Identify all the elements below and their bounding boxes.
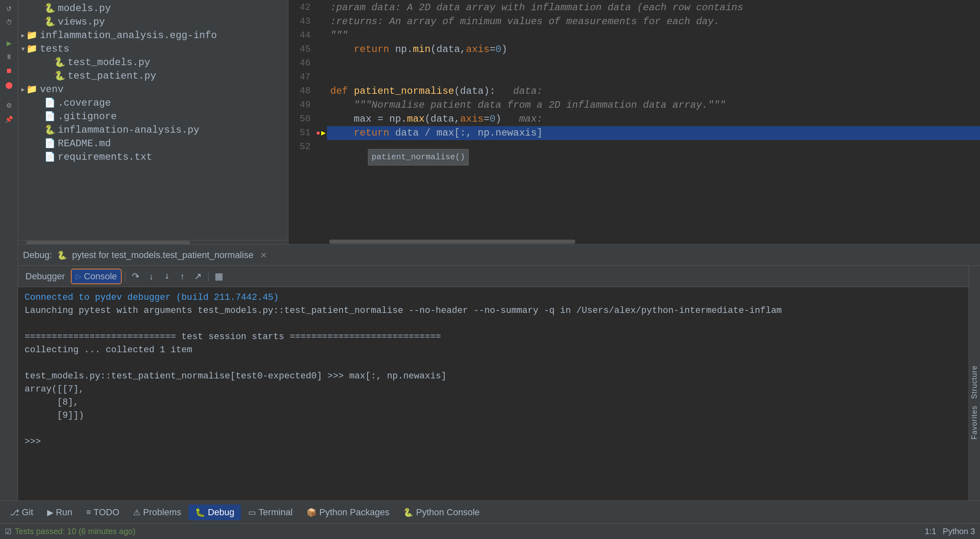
console-line: Launching pytest with arguments test_mod… [25,304,962,317]
file-icon: 📄 [44,138,55,149]
tab-run[interactable]: ▶ Run [41,505,79,520]
list-item[interactable]: 📄 .coverage [18,96,288,110]
tab-todo[interactable]: ≡ TODO [79,505,126,520]
scrollbar-thumb[interactable] [26,241,190,244]
file-icon: 📄 [44,97,55,109]
step-out-btn[interactable]: ↑ [175,270,189,283]
code-content[interactable]: :param data: A 2D data array with inflam… [327,0,980,239]
code-horizontal-scrollbar[interactable] [288,239,980,244]
tab-problems[interactable]: ⚠ Problems [127,505,188,520]
tab-git[interactable]: ⎇ Git [3,505,40,520]
status-right: 1:1 Python 3 [925,527,975,536]
code-line: max = np. max (data, axis = 0 ) max: [327,112,980,126]
tab-python-packages[interactable]: 📦 Python Packages [300,505,396,520]
console-icon: ▷ [76,272,82,281]
todo-label: TODO [93,507,119,518]
pause-icon[interactable]: ⏸ [2,50,16,64]
list-item[interactable]: 🐍 test_models.py [18,56,288,69]
checkbox-icon: ☑ [5,527,11,536]
console-line: test_models.py::test_patient_normalise[t… [25,370,962,383]
gutter-line [315,43,327,57]
evaluate-btn[interactable]: ▦ [212,270,226,283]
git-icon: ⎇ [10,507,19,517]
run-cursor-btn[interactable]: ↗ [191,270,205,283]
timer-icon[interactable]: ⏱ [2,16,16,29]
folder-label: tests [40,43,69,54]
run-icon: ▶ [47,507,53,517]
console-tab-label: Console [84,271,117,282]
folder-label: inflammation_analysis.egg-info [40,30,217,41]
array-text: [8], [25,397,79,408]
settings-icon[interactable]: ⚙ [2,98,16,112]
list-item[interactable]: 📄 README.md [18,137,288,150]
gutter-line [315,29,327,43]
console-line: >>> [25,435,962,448]
call-hint-box: patient_normalise() [368,149,469,165]
tab-debug[interactable]: 🐛 Debug [188,505,241,520]
scrollbar-thumb[interactable] [329,240,575,244]
line-numbers: 42 43 44 45 46 47 48 49 50 51 52 [288,0,315,239]
console-line: array([[7], [25,383,962,396]
tab-terminal[interactable]: ▭ Terminal [242,505,299,520]
code-line-highlighted: return data / max[:, np.newaxis] [327,126,980,140]
horizontal-scrollbar[interactable] [18,240,288,244]
terminal-icon: ▭ [248,507,256,517]
python-packages-label: Python Packages [319,507,389,518]
pin-icon[interactable]: 📌 [2,112,16,126]
status-left: ☑ Tests passed: 10 (6 minutes ago) [5,527,136,536]
list-item[interactable]: 🐍 models.py [18,2,288,15]
list-item[interactable]: 🐍 views.py [18,15,288,29]
toolbar-separator2 [208,272,209,281]
close-icon[interactable]: ✕ [260,250,267,260]
structure-label[interactable]: Structure [970,362,979,402]
favorites-label[interactable]: Favorites [970,402,979,443]
list-item[interactable]: 🐍 test_patient.py [18,69,288,83]
todo-icon: ≡ [86,507,91,517]
tab-python-console[interactable]: 🐍 Python Console [397,505,486,520]
breakpoint-dot: ● [316,126,320,140]
py-file-icon: 🐍 [54,70,65,82]
tab-console[interactable]: ▷ Console [71,269,122,284]
git-label: Git [22,507,33,518]
tab-debugger[interactable]: Debugger [21,270,69,283]
debug-header: Debug: 🐍 pytest for test_models.test_pat… [18,245,980,266]
breakpoint-icon[interactable]: ⬤ [2,78,16,92]
debug-main: Debugger ▷ Console ↷ ↓ ⤓ [18,266,980,500]
debug-tab-icon: 🐛 [195,507,205,517]
status-bar: ☑ Tests passed: 10 (6 minutes ago) 1:1 P… [0,523,980,539]
step-into-btn[interactable]: ↓ [144,270,158,283]
stop-icon[interactable]: ⏹ [2,64,16,78]
step-into-my-btn[interactable]: ⤓ [160,270,174,283]
console-line: ============================ test sessio… [25,331,962,344]
encoding-text: Python 3 [943,527,975,536]
list-item[interactable]: 🐍 inflammation-analysis.py [18,123,288,137]
folder-label: venv [40,84,64,95]
python-packages-icon: 📦 [306,507,317,517]
list-item[interactable]: ▶ 📁 venv [18,83,288,96]
gutter-line [315,112,327,126]
main-area: ↺ ⏱ ▶ ⏸ ⏹ ⬤ ⚙ 📌 🐍 models.py [0,0,980,500]
problems-label: Problems [143,507,181,518]
chevron-down-icon: ▼ [21,46,25,52]
console-line: Connected to pydev debugger (build 211.7… [25,291,962,304]
file-icon: 📄 [44,152,55,163]
code-line: :param data: A 2D data array with inflam… [327,1,980,15]
file-label: views.py [58,16,105,27]
code-line [327,57,980,70]
gutter-line [315,15,327,29]
console-line: [8], [25,396,962,409]
execution-arrow: ▶ [321,126,326,140]
file-label: README.md [58,138,111,149]
code-line: patient_normalise() [327,140,980,154]
console-output: Connected to pydev debugger (build 211.7… [18,287,969,500]
list-item[interactable]: 📄 requirements.txt [18,150,288,164]
resume-icon[interactable]: ▶ [2,36,16,50]
console-line [25,317,962,331]
list-item[interactable]: ▼ 📁 tests [18,42,288,56]
console-line [25,357,962,370]
step-over-btn[interactable]: ↷ [129,270,143,283]
list-item[interactable]: ▶ 📁 inflammation_analysis.egg-info [18,29,288,42]
rerun-icon[interactable]: ↺ [2,2,16,16]
debug-label: Debug: [23,250,52,260]
list-item[interactable]: 📄 .gitignore [18,110,288,123]
